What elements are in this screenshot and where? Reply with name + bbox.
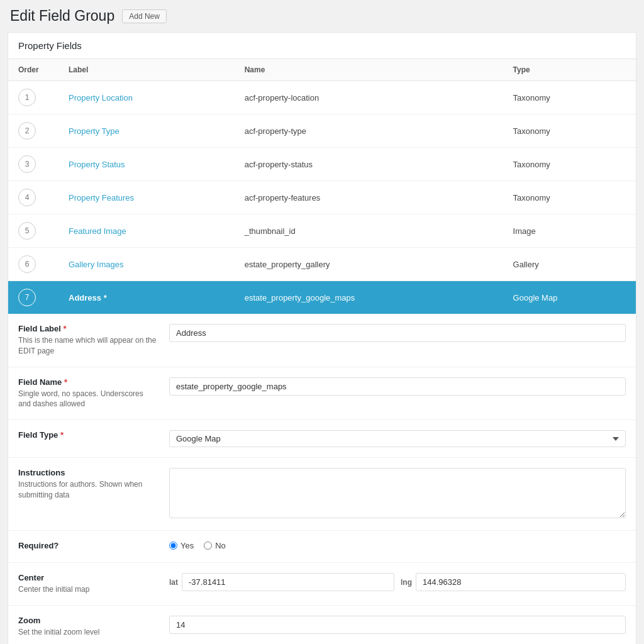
center-inputs: lat lng [169,573,626,591]
field-name-input[interactable] [169,377,626,396]
order-cell: 1 [8,81,58,114]
field-type-select[interactable]: Google Map Text Textarea Number Email UR… [169,430,626,447]
order-cell: 4 [8,181,58,214]
instructions-textarea[interactable] [169,468,626,518]
field-type-text: Image [513,226,536,236]
required-yes-label[interactable]: Yes [169,541,194,550]
center-row: Center Center the initial map lat lng [8,563,636,606]
field-label-link[interactable]: Address * [69,293,107,303]
lng-input[interactable] [416,573,626,591]
lat-input[interactable] [182,573,394,591]
label-cell: Gallery Images [58,248,235,281]
label-cell: Property Type [58,114,235,148]
col-label: Label [58,59,235,81]
field-type-text: Taxonomy [513,193,550,203]
order-badge: 4 [18,189,36,206]
field-name-text: acf-property-type [245,126,306,136]
field-name-text: acf-property-features [245,193,321,203]
main-container: Property Fields Order Label Name Type 1 … [8,32,636,644]
edit-panel: Field Label * This is the name which wil… [8,314,636,644]
order-cell: 5 [8,214,58,248]
col-type: Type [503,59,636,81]
field-label-required: * [64,324,67,333]
type-cell: Taxonomy [503,81,636,114]
name-cell: acf-property-status [235,148,503,181]
field-label-link[interactable]: Property Status [69,160,125,169]
order-badge: 3 [18,155,36,173]
type-cell: Google Map [503,281,636,314]
page-header: Edit Field Group Add New [0,0,644,32]
label-cell: Property Location [58,81,235,114]
field-type-text: Gallery [513,260,539,269]
table-row[interactable]: 5 Featured Image _thumbnail_id Image [8,214,636,248]
type-cell: Taxonomy [503,181,636,214]
order-cell: 7 [8,281,58,314]
col-order: Order [8,59,58,81]
field-label-row: Field Label * This is the name which wil… [8,314,636,367]
order-badge: 1 [18,89,36,106]
table-row[interactable]: 3 Property Status acf-property-status Ta… [8,148,636,181]
field-type-text: Taxonomy [513,126,550,136]
field-label-label: Field Label * [18,324,157,333]
name-cell: acf-property-type [235,114,503,148]
table-row[interactable]: 1 Property Location acf-property-locatio… [8,81,636,114]
field-label-input[interactable] [169,324,626,342]
lat-label: lat [169,578,178,587]
field-name-row: Field Name * Single word, no spaces. Und… [8,367,636,421]
order-cell: 6 [8,248,58,281]
order-cell: 3 [8,148,58,181]
table-row[interactable]: 4 Property Features acf-property-feature… [8,181,636,214]
zoom-desc: Set the initial zoom level [18,627,157,638]
table-row[interactable]: 2 Property Type acf-property-type Taxono… [8,114,636,148]
table-row[interactable]: 7 Address * estate_property_google_maps … [8,281,636,314]
edit-form: Field Label * This is the name which wil… [8,314,636,644]
field-name-desc: Single word, no spaces. Underscores and … [18,389,157,410]
field-label-link[interactable]: Featured Image [69,226,126,236]
field-name-required: * [64,377,67,387]
field-type-required: * [60,430,64,440]
lng-label: lng [401,578,412,587]
order-badge: 2 [18,122,36,140]
name-cell: estate_property_gallery [235,248,503,281]
name-cell: acf-property-location [235,81,503,114]
label-cell: Address * [58,281,235,314]
zoom-label: Zoom [18,616,157,625]
order-badge: 5 [18,222,36,240]
type-cell: Gallery [503,248,636,281]
table-row[interactable]: 6 Gallery Images estate_property_gallery… [8,248,636,281]
field-label-link[interactable]: Property Features [69,193,134,203]
label-cell: Property Features [58,181,235,214]
order-cell: 2 [8,114,58,148]
instructions-label: Instructions [18,468,157,477]
required-yes-radio[interactable] [169,541,177,550]
required-row: Required? Yes No [8,531,636,563]
postbox: Property Fields Order Label Name Type 1 … [8,32,636,644]
instructions-row: Instructions Instructions for authors. S… [8,458,636,531]
field-name-text: _thumbnail_id [245,226,296,236]
field-label-link[interactable]: Property Type [69,126,119,136]
add-new-button[interactable]: Add New [122,9,167,23]
page-title: Edit Field Group [10,8,114,25]
field-type-row: Field Type * Google Map Text Textarea Nu… [8,420,636,458]
label-cell: Featured Image [58,214,235,248]
field-label-link[interactable]: Property Location [69,93,133,103]
name-cell: acf-property-features [235,181,503,214]
field-name-text: acf-property-location [245,93,319,103]
fields-table: Order Label Name Type 1 Property Locatio… [8,59,636,314]
field-name-label: Field Name * [18,377,157,387]
field-type-label: Field Type * [18,430,157,440]
field-type-text: Taxonomy [513,160,550,169]
required-no-label[interactable]: No [204,541,226,550]
center-label: Center [18,573,157,582]
col-name: Name [235,59,503,81]
field-label-link[interactable]: Gallery Images [69,260,123,269]
required-no-radio[interactable] [204,541,212,550]
required-radio-group: Yes No [169,541,626,550]
instructions-desc: Instructions for authors. Shown when sub… [18,479,157,501]
name-cell: estate_property_google_maps [235,281,503,314]
zoom-input[interactable] [169,616,626,634]
field-label-desc: This is the name which will appear on th… [18,335,157,357]
center-desc: Center the initial map [18,584,157,595]
required-label: Required? [18,541,157,550]
type-cell: Image [503,214,636,248]
